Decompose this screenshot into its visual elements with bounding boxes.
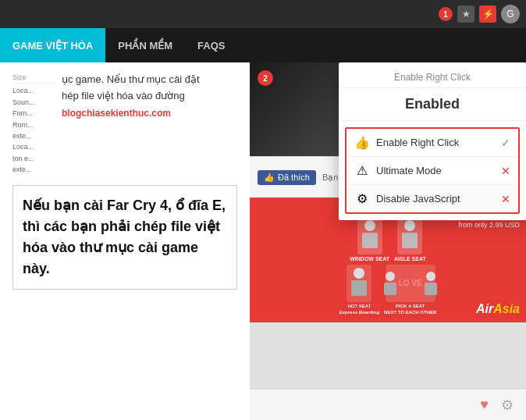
file-size-row: exte... <box>12 164 55 175</box>
nav-item-faqs[interactable]: FAQS <box>185 28 237 62</box>
popup-panel: Enable Right Click Enabled 👍 Enable Righ… <box>339 62 526 220</box>
seat-row-2: HOT SEATExpress Boarding LO VE <box>339 265 437 316</box>
window-seat: WINDOW SEAT <box>350 217 389 262</box>
pick-seat-label: PICK A SEATNEXT TO EACH OTHER <box>384 304 436 316</box>
thumbs-up-icon: 👍 <box>354 135 370 150</box>
hot-seat-label: HOT SEATExpress Boarding <box>339 304 379 316</box>
seat-row-1: WINDOW SEAT AISLE SEAT <box>350 217 426 262</box>
settings-icon: ⚙ <box>354 191 370 206</box>
avatar[interactable]: G <box>501 5 520 23</box>
main-content: Size Loca... Soun... Forn... Rom... exte… <box>0 62 526 420</box>
nav-item-phanmem[interactable]: PHẦN MỀM <box>105 28 185 62</box>
heart-icon[interactable]: ♥ <box>480 397 489 413</box>
warning-icon: ⚠ <box>354 163 370 178</box>
file-size-row: Loca... <box>12 141 55 152</box>
circle-badge-2: 2 <box>258 70 273 86</box>
hot-seat: HOT SEATExpress Boarding <box>339 265 379 316</box>
popup-item-enable-right-click[interactable]: 👍 Enable Right Click ✓ <box>347 129 518 157</box>
popup-header: Enable Right Click <box>339 62 526 88</box>
big-text-box: Nếu bạn cài Far Cry 4, ổ đĩa E, thì các … <box>12 185 237 290</box>
ultimate-mode-label: Ultimate Mode <box>376 165 501 176</box>
popup-item-ultimate-mode[interactable]: ⚠ Ultimate Mode ✕ <box>347 157 518 185</box>
fb-like-button[interactable]: 👍 Đã thích <box>258 170 316 185</box>
pick-seat: LO VE PICK A SEATNEXT TO EACH OTHER <box>384 265 436 316</box>
seat-price-text: from only 2.99 USD <box>457 221 520 229</box>
check-icon: ✓ <box>501 137 510 149</box>
browser-bar: 1 ★ ⚡ G <box>0 0 526 28</box>
airasia-logo: AirAsia <box>476 302 520 316</box>
enable-right-click-label: Enable Right Click <box>376 137 501 148</box>
gear-settings-icon[interactable]: ⚙ <box>501 397 514 414</box>
file-size-row: Forn... <box>12 108 55 119</box>
file-size-header: Size <box>12 72 55 84</box>
article-area: Size Loca... Soun... Forn... Rom... exte… <box>0 62 250 420</box>
extension-icon-active[interactable]: ⚡ <box>479 5 496 23</box>
article-paragraph-2: hép file việt hóa vào đường <box>62 88 237 105</box>
nav-bar: GAME VIỆT HÓA PHẦN MỀM FAQS <box>0 28 526 62</box>
pin-icon[interactable]: ★ <box>457 5 474 23</box>
popup-status: Enabled <box>339 88 526 121</box>
file-size-row: ton e... <box>12 153 55 164</box>
disable-js-label: Disable JavaScript <box>376 193 501 205</box>
nav-item-game[interactable]: GAME VIỆT HÓA <box>0 28 105 62</box>
browser-icons: 1 ★ ⚡ G <box>439 5 520 23</box>
fb-like-label: Đã thích <box>278 173 310 182</box>
article-text-block: ục game. Nếu thư mục cài đặt hép file vi… <box>62 72 237 176</box>
x-icon-ultimate[interactable]: ✕ <box>501 165 510 177</box>
file-size-sidebar: Size Loca... Soun... Forn... Rom... exte… <box>12 72 55 176</box>
window-seat-label: WINDOW SEAT <box>350 256 389 262</box>
file-size-row: Loca... <box>12 85 55 96</box>
aisle-seat: AISLE SEAT <box>394 217 426 262</box>
blog-watermark: blogchiasekienthuc.com <box>62 108 237 119</box>
bottom-bar: ♥ ⚙ <box>250 389 526 420</box>
popup-items-list: 👍 Enable Right Click ✓ ⚠ Ultimate Mode ✕… <box>345 127 520 214</box>
x-icon-js[interactable]: ✕ <box>501 193 510 205</box>
popup-item-disable-js[interactable]: ⚙ Disable JavaScript ✕ <box>347 185 518 212</box>
file-size-row: Rom... <box>12 119 55 130</box>
circle-badge-1: 1 <box>439 7 453 21</box>
aisle-seat-label: AISLE SEAT <box>394 256 426 262</box>
file-size-row: exte... <box>12 130 55 141</box>
article-paragraph-1: ục game. Nếu thư mục cài đặt <box>62 72 237 88</box>
file-size-row: Soun... <box>12 97 55 108</box>
thumbs-up-icon: 👍 <box>264 173 275 183</box>
